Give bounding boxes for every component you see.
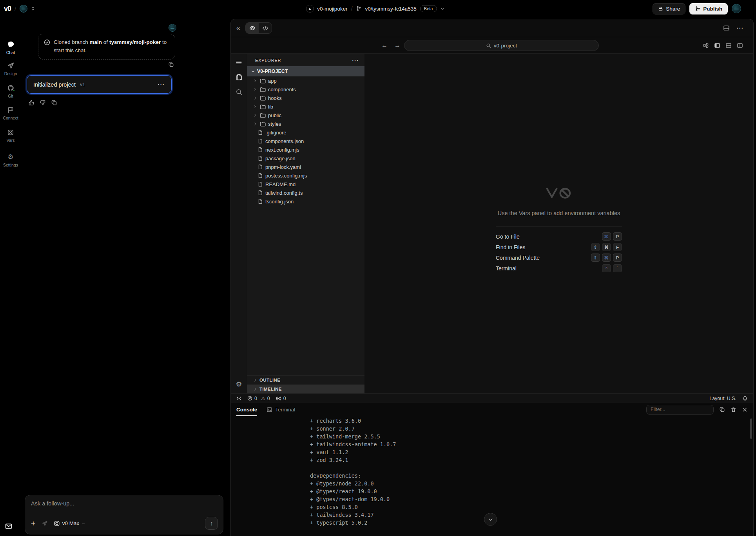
back-arrow-icon[interactable]: ← [381,42,388,49]
tab-terminal[interactable]: Terminal [267,403,295,416]
keyboard-layout-label[interactable]: Layout: U.S. [709,396,736,401]
key-cap: ⌘ [602,254,611,262]
breadcrumb-branch[interactable]: v0/tysmmsy-fc14a535 [365,6,417,12]
tree-file-row[interactable]: .gitignore [247,128,364,137]
console-tab-bar: Console Terminal [231,403,753,416]
publish-button[interactable]: Publish [689,3,728,14]
files-explorer-icon[interactable] [236,74,243,81]
mail-icon[interactable] [5,523,13,530]
editor-empty-state: Use the Vars panel to add environment va… [496,187,622,273]
remote-indicator-icon[interactable] [236,396,241,401]
status-bar: 0 ⚠ 0 0 Layout: U.S. [231,393,753,403]
rail-item-settings[interactable]: ⚙ Settings [0,153,21,167]
tree-file-row[interactable]: next.config.mjs [247,145,364,154]
key-cap: P [613,232,622,241]
bell-icon[interactable] [742,396,748,401]
tree-folder-row[interactable]: public [247,111,364,120]
followup-input[interactable] [31,500,217,516]
system-message: Cloned branch main of tysmmsy/moji-poker… [38,34,175,60]
rail-item-chat[interactable]: Chat [0,41,21,55]
tree-file-row[interactable]: package.json [247,154,364,163]
tab-console[interactable]: Console [236,403,257,416]
branch-dropdown-icon[interactable] [440,7,444,11]
tree-file-row[interactable]: tailwind.config.ts [247,188,364,197]
panel-left-icon[interactable] [714,42,720,49]
console-output[interactable]: + recharts 3.6.0 + sonner 2.0.7 + tailwi… [310,417,745,536]
tree-folder-row[interactable]: lib [247,102,364,111]
address-bar[interactable]: v0-project [404,40,599,51]
settings-gear-icon[interactable]: ⚙ [236,380,242,389]
copy-message-icon[interactable] [168,62,174,67]
folder-name: public [268,112,281,118]
tree-file-row[interactable]: postcss.config.mjs [247,171,364,180]
tree-file-row[interactable]: README.md [247,180,364,188]
user-avatar[interactable] [732,4,741,13]
send-button[interactable]: ↑ [205,517,218,530]
warnings-indicator[interactable]: ⚠ 0 [261,396,270,401]
console-line: + tailwindcss-animate 1.0.7 [310,440,745,448]
menu-hamburger-icon[interactable] [236,59,242,66]
rail-item-connect[interactable]: Connect [0,107,21,120]
share-button[interactable]: Share [653,3,685,14]
tree-folder-row[interactable]: app [247,76,364,85]
rail-item-vars[interactable]: Vars [0,129,21,143]
scroll-to-bottom-button[interactable] [484,513,497,526]
tree-root[interactable]: V0-PROJECT [247,66,364,76]
rail-item-design[interactable]: Design [0,62,21,76]
close-console-icon[interactable] [742,407,748,413]
code-toggle-icon[interactable] [259,23,272,33]
panel-bottom-icon[interactable] [723,25,730,31]
workspace-toolbar: « ··· [231,19,753,37]
tree-folder-row[interactable]: components [247,85,364,94]
shortcut-label: Find in Files [496,244,525,250]
ports-indicator[interactable]: 0 [276,396,286,401]
file-icon [257,181,263,187]
outline-section[interactable]: OUTLINE [247,375,364,384]
components-grid-icon[interactable] [703,42,709,49]
file-icon [257,130,263,135]
copy-output-icon[interactable] [719,407,725,413]
lock-icon [658,6,663,11]
v0-logo[interactable]: v0 [4,5,11,13]
model-icon [54,520,60,527]
team-avatar[interactable] [20,5,27,13]
collapse-panel-icon[interactable]: « [236,24,240,32]
panel-vertical-split-icon[interactable] [737,42,743,49]
tree-file-row[interactable]: tsconfig.json [247,197,364,206]
shortcut-keys: ⇧⌘F [591,243,622,251]
tree-folder-row[interactable]: styles [247,120,364,128]
task-card-initialized-project[interactable]: Initialized project v1 ··· [27,75,172,94]
search-files-icon[interactable] [236,89,243,96]
attach-button[interactable]: + [31,520,36,527]
top-bar: v0 / v0-mojipoker / v0/tysmmsy-fc14a535 … [0,0,756,17]
explorer-menu-icon[interactable]: ··· [352,57,359,63]
timeline-section[interactable]: TIMELINE [247,384,364,393]
search-icon [486,43,491,48]
thumbs-up-icon[interactable] [28,100,34,106]
vars-hint-text: Use the Vars panel to add environment va… [496,210,622,216]
tree-file-row[interactable]: components.json [247,137,364,145]
workspace-menu-icon[interactable]: ··· [737,25,744,31]
breadcrumb-project[interactable]: v0-mojipoker [317,6,347,12]
clear-console-trash-icon[interactable] [731,407,736,413]
tree-folder-row[interactable]: hooks [247,94,364,102]
copy-icon[interactable] [51,100,57,106]
rail-item-git[interactable]: Git [0,84,21,98]
view-toggle [245,22,272,34]
team-switcher-icon[interactable] [31,6,35,11]
console-filter-input[interactable] [646,405,714,415]
forward-arrow-icon[interactable]: → [394,42,401,49]
model-selector[interactable]: v0 Max [54,520,86,527]
rail-label: Chat [6,50,15,55]
console-scrollbar[interactable] [750,418,752,439]
tree-file-row[interactable]: pnpm-lock.yaml [247,163,364,171]
console-line: + postcss 8.5.0 [310,503,745,511]
gear-icon: ⚙ [7,153,13,161]
design-mode-icon[interactable] [42,520,48,527]
task-menu-button[interactable]: ··· [158,81,165,88]
errors-indicator[interactable]: 0 [247,396,257,401]
console-line: devDependencies: [310,472,745,480]
panel-horizontal-split-icon[interactable] [725,42,732,49]
preview-toggle-eye-icon[interactable] [246,23,259,33]
thumbs-down-icon[interactable] [40,100,46,106]
